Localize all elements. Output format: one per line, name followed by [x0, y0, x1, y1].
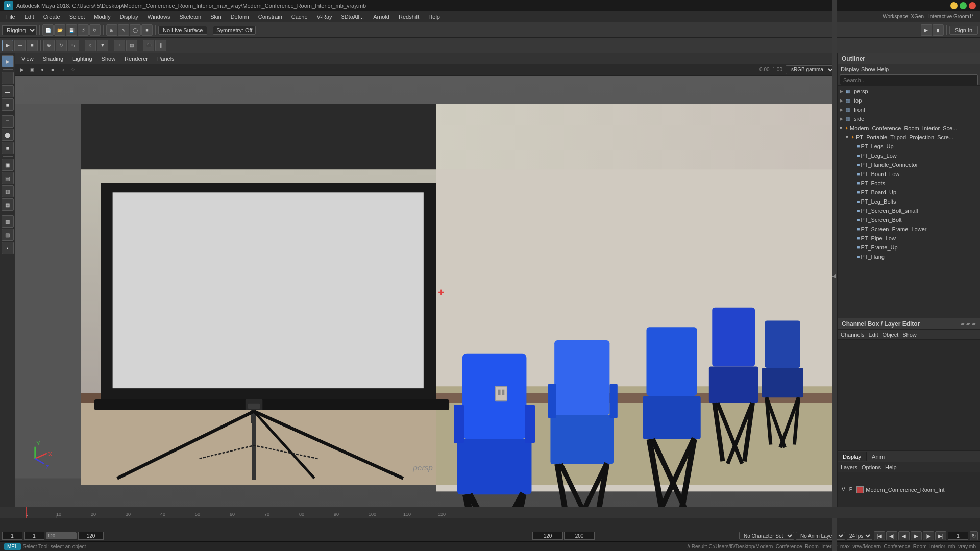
show-hide-button[interactable]: □: [2, 115, 14, 128]
sub-tab-options[interactable]: Options: [862, 464, 881, 470]
open-file-button[interactable]: 📂: [54, 24, 65, 36]
snap-surface-button[interactable]: ■: [141, 24, 153, 36]
outliner-collapse-handle[interactable]: ◀: [832, 0, 837, 551]
show-manipulator[interactable]: +: [114, 40, 125, 51]
paint-tool[interactable]: ■: [27, 40, 38, 51]
tree-item-side[interactable]: ▶ ▩ side: [838, 114, 980, 123]
outliner-menu-display[interactable]: Display: [841, 66, 859, 72]
vp-shaded-icon[interactable]: ●: [38, 65, 47, 74]
outliner-menu-show[interactable]: Show: [861, 66, 875, 72]
go-to-end-button[interactable]: ▶|: [935, 531, 946, 540]
viewport-menu-shading[interactable]: Shading: [39, 55, 67, 63]
step-forward-button[interactable]: |▶: [923, 531, 934, 540]
sub-tab-help[interactable]: Help: [885, 464, 897, 470]
tree-item-frame-up[interactable]: ■ PT_Frame_Up: [838, 243, 980, 252]
outliner-menu-help[interactable]: Help: [877, 66, 889, 72]
menu-display[interactable]: Display: [116, 13, 142, 21]
quick-layout-1[interactable]: ▣: [2, 159, 14, 171]
tree-item-pt-tripod[interactable]: ▼ ✦ PT_Portable_Tripod_Projection_Scre..…: [838, 133, 980, 142]
tree-item-persp[interactable]: ▶ ▩ persp: [838, 87, 980, 96]
artisan-paint-button[interactable]: ▬: [2, 85, 14, 97]
viewport-menu-view[interactable]: View: [17, 55, 38, 63]
menu-create[interactable]: Create: [39, 13, 64, 21]
viewport-canvas[interactable]: + X Y Z persp: [15, 76, 837, 507]
menu-3dtoall[interactable]: 3DtoAll...: [337, 13, 369, 21]
range-end-input[interactable]: [532, 532, 563, 540]
channel-box-icon-1[interactable]: ▰: [961, 321, 965, 327]
object-color-swatch[interactable]: [856, 486, 864, 493]
menu-skin[interactable]: Skin: [206, 13, 225, 21]
save-file-button[interactable]: 💾: [66, 24, 77, 36]
soft-select[interactable]: ⚫: [143, 40, 154, 51]
tree-item-screen-bolt-small[interactable]: ■ PT_Screen_Bolt_small: [838, 206, 980, 215]
tree-item-pipe-low[interactable]: ■ PT_Pipe_Low: [838, 234, 980, 243]
tree-item-screen-bolt[interactable]: ■ PT_Screen_Bolt: [838, 215, 980, 224]
menu-redshift[interactable]: Redshift: [395, 13, 423, 21]
viewport-menu-show[interactable]: Show: [97, 55, 120, 63]
sign-in-button[interactable]: Sign In: [949, 26, 978, 35]
snap-point-button[interactable]: ◯: [130, 24, 141, 36]
close-button[interactable]: [969, 2, 976, 9]
tree-item-hang[interactable]: ■ PT_Hang: [838, 252, 980, 261]
gamma-select[interactable]: sRGB gamma: [786, 65, 835, 74]
menu-cache[interactable]: Cache: [287, 13, 312, 21]
go-to-start-button[interactable]: |◀: [874, 531, 885, 540]
anim-layer-select[interactable]: No Anim Layer: [796, 532, 845, 540]
paint-weights-button[interactable]: ⸻: [2, 72, 14, 84]
outliner-search-input[interactable]: [840, 74, 978, 85]
quick-layout-3[interactable]: ▥: [2, 185, 14, 197]
character-set-select[interactable]: No Character Set: [739, 532, 794, 540]
vp-shadow-icon[interactable]: ♢: [68, 65, 78, 74]
menu-edit[interactable]: Edit: [20, 13, 38, 21]
isolate-button[interactable]: ⬤: [2, 129, 14, 141]
tab-display[interactable]: Display: [838, 452, 867, 461]
window-controls[interactable]: [950, 2, 976, 9]
symmetry-toggle[interactable]: ∥: [155, 40, 166, 51]
sub-tab-layers[interactable]: Layers: [841, 464, 857, 470]
start-frame-input[interactable]: [24, 532, 44, 540]
tree-item-mcri[interactable]: ▼ ✦ Modern_Conference_Room_Interior_Sce.…: [838, 123, 980, 133]
fps-select[interactable]: 24 fps: [847, 532, 872, 540]
soft-mod-tool[interactable]: ○: [85, 40, 96, 51]
channel-box-icon-2[interactable]: ▰: [966, 321, 970, 327]
vp-camera-icon[interactable]: ▶: [17, 65, 27, 74]
tree-item-board-up[interactable]: ■ PT_Board_Up: [838, 188, 980, 197]
tree-item-legs-up[interactable]: ■ PT_Legs_Up: [838, 142, 980, 151]
menu-skeleton[interactable]: Skeleton: [175, 13, 205, 21]
ipr-button[interactable]: ▮: [933, 24, 944, 36]
current-frame-input[interactable]: [2, 532, 22, 540]
menu-select[interactable]: Select: [65, 13, 89, 21]
redo-button[interactable]: ↻: [89, 24, 101, 36]
mel-label[interactable]: MEL: [4, 543, 21, 550]
move-tool[interactable]: ⊕: [43, 40, 55, 51]
tree-item-screen-frame-lower[interactable]: ■ PT_Screen_Frame_Lower: [838, 224, 980, 234]
undo-button[interactable]: ↺: [78, 24, 89, 36]
tree-item-front[interactable]: ▶ ▩ front: [838, 105, 980, 114]
layout-5[interactable]: ▨: [2, 215, 14, 228]
sculpt-geometry-button[interactable]: ■: [2, 98, 14, 111]
end-frame-input[interactable]: [78, 532, 104, 540]
menu-modify[interactable]: Modify: [90, 13, 114, 21]
menu-vray[interactable]: V-Ray: [313, 13, 336, 21]
rotate-tool[interactable]: ↻: [56, 40, 67, 51]
anim-end-input[interactable]: [564, 532, 595, 540]
step-back-button[interactable]: ◀|: [886, 531, 897, 540]
universal-manip[interactable]: ▤: [126, 40, 137, 51]
cb-menu-show[interactable]: Show: [902, 332, 917, 338]
lasso-tool[interactable]: ⸻: [14, 40, 26, 51]
display-v-label[interactable]: V: [842, 487, 845, 492]
maximize-button[interactable]: [960, 2, 967, 9]
select-mode-button[interactable]: ▶: [2, 55, 14, 67]
vp-light-icon[interactable]: ○: [58, 65, 67, 74]
menu-help[interactable]: Help: [424, 13, 444, 21]
vp-textured-icon[interactable]: ■: [48, 65, 57, 74]
symmetry-button[interactable]: Symmetry: Off: [213, 26, 256, 35]
tree-item-handle[interactable]: ■ PT_Handle_Connector: [838, 160, 980, 169]
tree-item-legs-low[interactable]: ■ PT_Legs_Low: [838, 151, 980, 160]
snap-grid-button[interactable]: ⊞: [106, 24, 117, 36]
cb-menu-edit[interactable]: Edit: [868, 332, 878, 338]
layout-6[interactable]: ▩: [2, 229, 14, 241]
new-file-button[interactable]: 📄: [42, 24, 54, 36]
cb-menu-object[interactable]: Object: [882, 332, 898, 338]
render-button[interactable]: ▶: [921, 24, 932, 36]
